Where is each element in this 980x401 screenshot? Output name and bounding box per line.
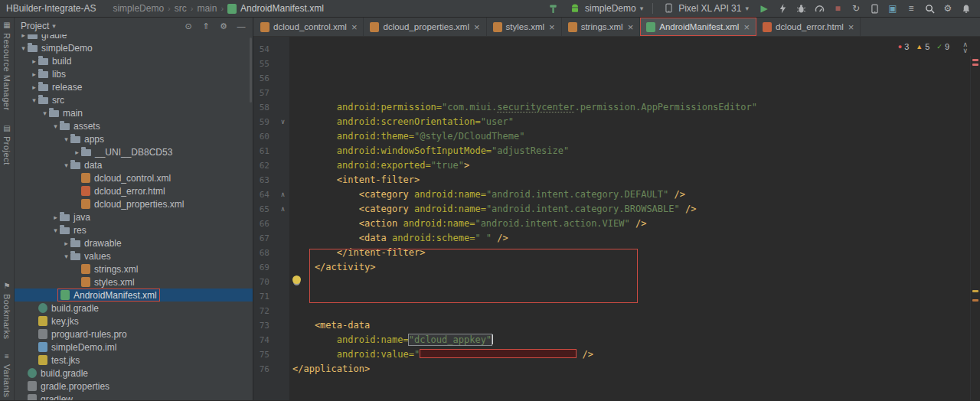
- gutter-line-54[interactable]: 54: [253, 42, 289, 57]
- chevron-down-icon[interactable]: ▾: [19, 44, 28, 52]
- breadcrumb-item-src[interactable]: src: [175, 3, 187, 14]
- inspection-navigation[interactable]: ∧ ∨: [962, 41, 968, 54]
- tab-dcloud-properties-xml[interactable]: dcloud_properties.xml×: [364, 18, 486, 36]
- gutter-line-57[interactable]: 57: [253, 86, 289, 100]
- tab-close-icon[interactable]: ×: [743, 22, 750, 32]
- run-config-selector[interactable]: simpleDemo ▾: [566, 2, 646, 16]
- gradle-sync-icon[interactable]: ↻: [848, 1, 864, 16]
- gutter-line-68[interactable]: 68: [253, 246, 289, 260]
- chevron-down-icon[interactable]: ▾: [41, 109, 49, 117]
- chevron-down-icon[interactable]: ▾: [51, 227, 60, 234]
- gutter-line-62[interactable]: 62: [253, 158, 289, 173]
- tree-item-strings-xml[interactable]: strings.xml: [15, 262, 253, 275]
- search-icon[interactable]: [922, 1, 937, 16]
- tree-item-androidmanifest-xml[interactable]: AndroidManifest.xml: [15, 289, 253, 302]
- gutter-line-63[interactable]: 63: [253, 173, 289, 187]
- error-stripe-mark[interactable]: [972, 299, 978, 302]
- tab-androidmanifest-xml[interactable]: AndroidManifest.xml×: [640, 18, 756, 36]
- tree-item-dcloud-properties-xml[interactable]: dcloud_properties.xml: [15, 197, 253, 210]
- tree-item-gradle-properties[interactable]: gradle.properties: [15, 380, 253, 393]
- fold-marker-icon[interactable]: ∧: [279, 188, 287, 201]
- tree-item-build-gradle[interactable]: build.gradle: [15, 367, 253, 380]
- inspections-widget[interactable]: ●3 ▲5 ✓9: [895, 41, 952, 52]
- notifications-icon[interactable]: [959, 1, 974, 16]
- chevron-right-icon[interactable]: ▸: [30, 83, 38, 91]
- error-stripe-mark[interactable]: [972, 64, 978, 66]
- gutter-line-64[interactable]: 64∧: [253, 187, 289, 202]
- code-editor[interactable]: 545556575859∨6061626364∧65∧6667686970717…: [253, 37, 980, 400]
- tool-window-button-resource-manager[interactable]: ▦Resource Manager: [2, 20, 12, 111]
- chevron-right-icon[interactable]: ▸: [51, 214, 60, 221]
- panel-settings-icon[interactable]: ⚙: [218, 21, 229, 32]
- project-panel-title[interactable]: Project: [21, 21, 49, 31]
- chevron-down-icon[interactable]: ∨: [962, 47, 968, 54]
- gutter-line-65[interactable]: 65∧: [253, 202, 289, 217]
- tool-window-button-bookmarks[interactable]: ⚑Bookmarks: [2, 281, 12, 340]
- chevron-down-icon[interactable]: ▾: [62, 253, 70, 260]
- stop-icon[interactable]: ■: [830, 1, 845, 16]
- debug-icon[interactable]: [793, 1, 808, 16]
- gutter-line-61[interactable]: 61: [253, 144, 289, 158]
- gutter-line-56[interactable]: 56: [253, 71, 289, 86]
- gutter-line-73[interactable]: 73: [253, 318, 289, 333]
- tree-item-key-jks[interactable]: key.jks: [15, 315, 253, 328]
- tree-item-build[interactable]: ▸build: [15, 54, 253, 67]
- hide-panel-icon[interactable]: —: [236, 21, 247, 32]
- tab-close-icon[interactable]: ×: [351, 22, 358, 32]
- profiler-icon[interactable]: [812, 1, 827, 16]
- error-stripe-mark[interactable]: [972, 59, 978, 61]
- chevron-down-icon[interactable]: ▾: [30, 96, 38, 104]
- chevron-right-icon[interactable]: ▸: [30, 57, 38, 65]
- breadcrumb-item-simpledemo[interactable]: simpleDemo: [113, 3, 164, 14]
- tree-item-java[interactable]: ▸java: [15, 210, 253, 223]
- tree-item-drawable[interactable]: ▸drawable: [15, 236, 253, 249]
- chevron-right-icon[interactable]: ▸: [30, 70, 38, 78]
- collapse-all-icon[interactable]: ⇑: [201, 21, 211, 32]
- tool-window-button-project[interactable]: ▤Project: [2, 123, 12, 165]
- chevron-down-icon[interactable]: ▾: [52, 22, 56, 30]
- device-selector[interactable]: Pixel XL API 31 ▾: [659, 1, 752, 16]
- tree-item-gradle[interactable]: ▸gradle: [15, 34, 253, 41]
- sdk-manager-icon[interactable]: ▣: [885, 1, 900, 16]
- tree-item-styles-xml[interactable]: styles.xml: [15, 275, 253, 289]
- chevron-down-icon[interactable]: ▾: [62, 161, 70, 169]
- tab-close-icon[interactable]: ×: [474, 22, 480, 32]
- tree-item-proguard-rules-pro[interactable]: proguard-rules.pro: [15, 328, 253, 341]
- gutter-line-74[interactable]: 74: [253, 333, 289, 347]
- logcat-icon[interactable]: ≡: [903, 1, 919, 16]
- tree-item-dcloud-control-xml[interactable]: dcloud_control.xml: [15, 171, 253, 184]
- tree-item-res[interactable]: ▾res: [15, 223, 253, 236]
- tab-strings-xml[interactable]: strings.xml×: [562, 18, 641, 36]
- gutter-line-70[interactable]: 70: [253, 275, 289, 289]
- tree-item-build-gradle[interactable]: build.gradle: [15, 302, 253, 315]
- apply-changes-icon[interactable]: [775, 1, 790, 16]
- locate-file-icon[interactable]: ⊙: [183, 21, 194, 32]
- gutter-line-71[interactable]: 71: [253, 289, 289, 304]
- gutter-line-55[interactable]: 55: [253, 57, 289, 71]
- gutter-line-67[interactable]: 67: [253, 231, 289, 246]
- chevron-right-icon[interactable]: ▸: [62, 240, 70, 247]
- gutter-line-69[interactable]: 69: [253, 260, 289, 275]
- code-content[interactable]: android:permission="com.miui.securitycen…: [290, 37, 980, 400]
- intention-bulb-icon[interactable]: [292, 275, 301, 284]
- gutter-line-75[interactable]: 75: [253, 347, 289, 362]
- gutter-line-58[interactable]: 58: [253, 100, 289, 115]
- tree-item-apps[interactable]: ▾apps: [15, 132, 253, 145]
- breadcrumb-item-androidmanifest-xml[interactable]: AndroidManifest.xml: [240, 3, 324, 14]
- tree-scrollbar[interactable]: [250, 37, 252, 103]
- gutter-line-59[interactable]: 59∨: [253, 115, 289, 129]
- tab-close-icon[interactable]: ×: [628, 22, 634, 32]
- tree-item-gradlew[interactable]: gradlew: [15, 393, 253, 400]
- gutter-line-60[interactable]: 60: [253, 129, 289, 144]
- tree-item-simpledemo-iml[interactable]: simpleDemo.iml: [15, 341, 253, 354]
- tree-item-libs[interactable]: ▸libs: [15, 67, 253, 80]
- gutter-line-76[interactable]: 76: [253, 362, 289, 377]
- tree-item-assets[interactable]: ▾assets: [15, 119, 253, 132]
- chevron-down-icon[interactable]: ▾: [62, 135, 70, 143]
- tree-item-simpledemo[interactable]: ▾simpleDemo: [15, 41, 253, 54]
- tab-dcloud-error-html[interactable]: dcloud_error.html×: [756, 18, 861, 36]
- tree-item-src[interactable]: ▾src: [15, 93, 253, 106]
- tree-item-values[interactable]: ▾values: [15, 249, 253, 262]
- breadcrumb-item-main[interactable]: main: [197, 3, 217, 14]
- tree-item-data[interactable]: ▾data: [15, 158, 253, 171]
